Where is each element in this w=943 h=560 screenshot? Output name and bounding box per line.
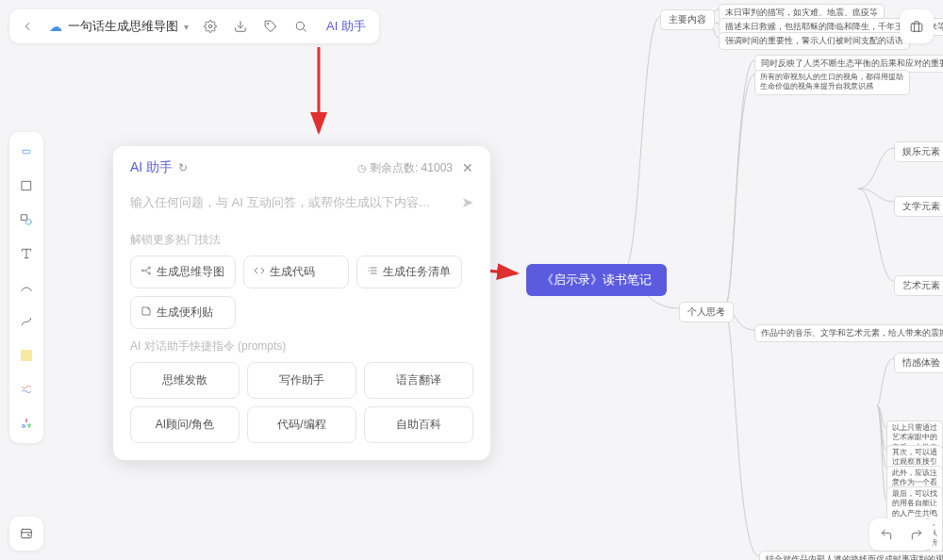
svg-rect-12 xyxy=(21,350,32,361)
tag-button[interactable] xyxy=(256,13,285,40)
mindmap-node[interactable]: 以上只需通过艺术家眼中的音乐、文学来看 xyxy=(886,420,943,466)
prompt-translation[interactable]: 语言翻译 xyxy=(364,362,473,399)
skills-section-label: 解锁更多热门技法 xyxy=(130,232,473,248)
ai-panel-title: AI 助手 xyxy=(130,159,173,176)
skill-generate-mindmap[interactable]: 生成思维导图 xyxy=(130,255,236,288)
top-toolbar: ☁ 一句话生成思维导图 ▾ AI 助手 xyxy=(9,9,379,43)
svg-point-0 xyxy=(208,25,212,28)
prompt-writing-assistant[interactable]: 写作助手 xyxy=(247,362,356,399)
skill-label: 生成任务清单 xyxy=(383,264,451,280)
svg-point-3 xyxy=(296,22,304,29)
undo-button[interactable] xyxy=(873,522,900,547)
mindmap-node[interactable]: 文学元素 xyxy=(894,196,943,217)
mindmap-root-node[interactable]: 《启示录》读书笔记 xyxy=(526,264,667,296)
mindmap-node[interactable]: 结合对作品内部人道的路线而促成时事审判的观点的自 xyxy=(759,551,943,560)
cloud-icon: ☁ xyxy=(49,19,62,34)
mindmap-node[interactable]: 情感体验 xyxy=(894,353,943,373)
briefcase-button[interactable] xyxy=(900,9,934,43)
ai-assistant-panel: AI 助手 ↻ ◷ 剩余点数: 41003 ✕ ➤ 解锁更多热门技法 生成思维导… xyxy=(113,146,490,460)
document-title: 一句话生成思维导图 xyxy=(68,18,178,35)
mindmap-node[interactable]: 强调时间的重要性，警示人们被时间支配的话语 xyxy=(719,32,910,50)
back-button[interactable] xyxy=(13,13,41,40)
mindmap-icon xyxy=(141,265,152,279)
mindmap-node[interactable]: 此外，应该注意作为一个看透者，从得 xyxy=(886,466,943,501)
svg-rect-5 xyxy=(911,24,922,31)
code-icon xyxy=(254,265,265,279)
sticky-icon xyxy=(141,305,152,320)
text-tool[interactable] xyxy=(12,239,41,268)
document-title-dropdown[interactable]: ☁ 一句话生成思维导图 ▾ xyxy=(43,18,194,35)
mindmap-node[interactable]: 艺术元素 xyxy=(894,275,943,296)
mindmap-node[interactable]: 所有的审视别人的生日的视角，都得用援助生命价值的视角来提升自我意识感 xyxy=(754,70,910,95)
pen-tool[interactable] xyxy=(12,273,41,302)
mindmap-node[interactable]: 主要内容 xyxy=(660,9,715,30)
refresh-icon[interactable]: ↻ xyxy=(178,161,188,174)
mindmap-node[interactable]: 作品中的音乐、文学和艺术元素，给人带来的震撼的和难得感受 xyxy=(754,324,943,342)
svg-point-2 xyxy=(268,24,269,25)
skill-label: 生成便利贴 xyxy=(157,305,213,321)
chevron-down-icon: ▾ xyxy=(184,22,189,32)
more-shapes-tool[interactable] xyxy=(12,409,41,437)
mindmap-node[interactable]: 个人思考 xyxy=(679,302,734,322)
svg-line-4 xyxy=(304,29,306,32)
connector-tool[interactable] xyxy=(12,307,41,336)
skill-generate-tasklist[interactable]: 生成任务清单 xyxy=(356,255,462,288)
svg-rect-7 xyxy=(22,181,30,189)
shape-tool[interactable] xyxy=(12,206,41,234)
redo-button[interactable] xyxy=(903,522,930,547)
mindmap-node[interactable]: 其次，可以通过观察直接引发震撼共性，从 xyxy=(886,445,943,490)
settings-button[interactable] xyxy=(196,13,224,40)
prompt-encyclopedia[interactable]: 自助百科 xyxy=(364,406,473,443)
mindmap-node[interactable]: 娱乐元素 xyxy=(894,141,943,162)
frame-tool[interactable] xyxy=(12,172,41,200)
svg-rect-6 xyxy=(23,150,30,154)
svg-point-19 xyxy=(149,267,151,269)
points-remaining-label: ◷ 剩余点数: 41003 xyxy=(357,160,453,176)
relation-tool[interactable] xyxy=(12,375,41,404)
prompt-ai-consultant[interactable]: AI顾问/角色 xyxy=(130,406,240,443)
svg-rect-8 xyxy=(22,215,27,221)
skill-generate-code[interactable]: 生成代码 xyxy=(243,255,349,288)
svg-point-9 xyxy=(25,219,31,224)
tasklist-icon xyxy=(367,265,378,279)
node-tool[interactable] xyxy=(12,138,41,166)
svg-point-20 xyxy=(149,272,151,274)
ai-prompt-input[interactable] xyxy=(130,195,452,209)
skill-label: 生成代码 xyxy=(270,264,315,280)
ai-assistant-toolbar-button[interactable]: AI 助手 xyxy=(317,14,375,39)
prompt-coding[interactable]: 代码/编程 xyxy=(247,406,356,443)
prompt-divergent-thinking[interactable]: 思维发散 xyxy=(130,362,240,399)
tool-sidebar xyxy=(9,132,43,443)
prompts-section-label: AI 对话助手快捷指令 (prompts) xyxy=(130,338,473,354)
mindmap-node[interactable]: 同时反映了人类不断生态平衡的后果和应对的重要性 xyxy=(754,55,943,73)
undo-redo-group xyxy=(869,519,934,551)
svg-rect-16 xyxy=(22,529,32,537)
export-button[interactable] xyxy=(226,13,255,40)
svg-point-14 xyxy=(23,424,25,427)
skill-generate-sticky[interactable]: 生成便利贴 xyxy=(130,296,236,329)
sticky-note-tool[interactable] xyxy=(12,341,41,370)
mindmap-node[interactable]: 末日审判的描写，如灾难、地震、瘟疫等 xyxy=(719,4,885,22)
svg-point-18 xyxy=(142,270,144,272)
search-button[interactable] xyxy=(287,13,315,40)
expand-panel-button[interactable] xyxy=(9,517,43,551)
skill-label: 生成思维导图 xyxy=(157,264,224,280)
send-button[interactable]: ➤ xyxy=(461,193,473,211)
close-button[interactable]: ✕ xyxy=(462,160,473,175)
svg-marker-15 xyxy=(28,424,31,427)
